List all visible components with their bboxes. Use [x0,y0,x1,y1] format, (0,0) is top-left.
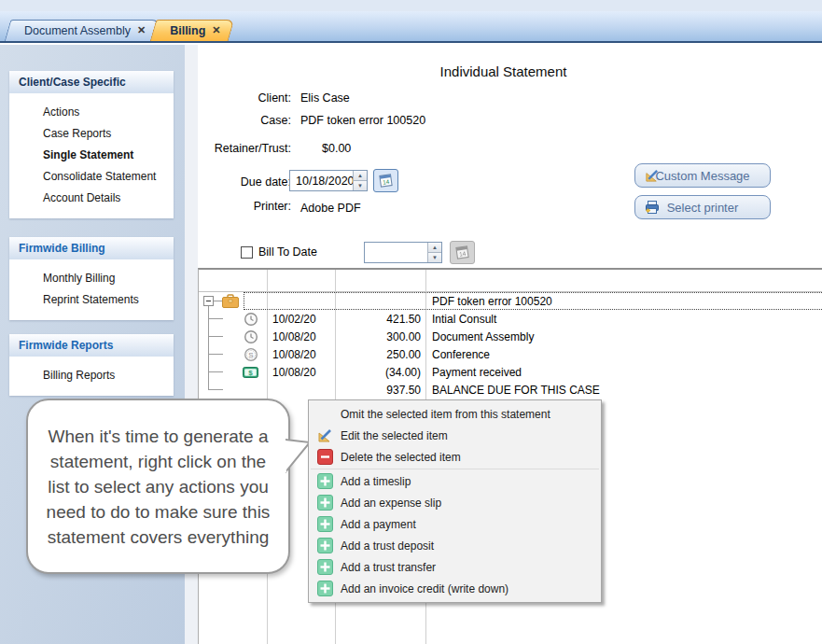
printer-value: Adobe PDF [300,202,361,215]
tree-line [208,389,223,390]
printer-label: Printer: [198,200,291,213]
add-icon [317,495,333,511]
retainer-trust-label: Retainer/Trust: [198,142,291,155]
due-date-input: ▲ ▼ [289,170,368,191]
panel-header-firmwide-reports: Firmwide Reports [9,334,174,357]
bill-to-date-label: Bill To Date [258,245,317,259]
sidebar-panel-client-case: Client/Case Specific Actions Case Report… [9,71,174,218]
add-icon [317,559,333,575]
tree-line [208,336,223,337]
row-amount: 300.00 [335,330,425,343]
add-icon [317,473,333,489]
retainer-trust-value: $0.00 [322,142,351,155]
panel-header-client-case: Client/Case Specific [9,71,174,93]
row-amount: 250.00 [335,348,425,361]
context-menu: Omit the selected item from this stateme… [308,399,602,603]
svg-text:$: $ [248,369,253,377]
case-value: PDF token error 100520 [300,114,425,127]
table-row-timeslip[interactable]: 10/02/20 421.50 Intial Consult [199,310,822,328]
page-title: Individual Statement [185,63,822,79]
window-top-strip [0,0,822,11]
spinner-down-icon[interactable]: ▼ [428,252,441,262]
bill-to-date-spinner: ▲ ▼ [427,243,441,262]
row-date: 10/08/20 [267,330,335,343]
table-row-expense[interactable]: S 10/08/20 250.00 Conference [199,345,822,363]
sidebar-item-billing-reports[interactable]: Billing Reports [9,365,174,386]
case-briefcase-icon [222,294,239,312]
case-label: Case: [198,114,291,127]
edit-icon [645,168,660,183]
menu-item-edit[interactable]: Edit the selected item [309,425,601,446]
due-date-spinner: ▲ ▼ [353,171,367,190]
calendar-icon: 14 [378,173,394,189]
close-icon[interactable]: ✕ [212,24,220,36]
tab-label: Document Assembly [24,24,131,37]
select-printer-button[interactable]: Select printer [634,195,771,219]
row-date: 10/08/20 [267,348,335,361]
callout-text: When it's time to generate a statement, … [39,424,278,550]
due-date-calendar-button[interactable]: 14 [373,169,398,192]
menu-item-add-expense-slip[interactable]: Add an expense slip [309,492,601,513]
row-date: 10/08/20 [267,366,335,379]
spinner-up-icon[interactable]: ▲ [428,243,441,252]
close-icon[interactable]: ✕ [137,24,146,36]
menu-item-add-timeslip[interactable]: Add a timeslip [309,470,601,492]
row-description: Document Assembly [425,330,822,343]
menu-item-label: Add an invoice credit (write down) [341,582,509,595]
sidebar-item-reprint-statements[interactable]: Reprint Statements [9,289,174,311]
sidebar-item-actions[interactable]: Actions [9,102,174,123]
expense-coin-icon: S [244,347,258,362]
sidebar-item-consolidate-statement[interactable]: Consolidate Statement [9,166,174,188]
tree-collapse-toggle[interactable] [203,296,214,306]
client-value: Elis Case [300,91,350,105]
tab-document-assembly[interactable]: Document Assembly ✕ [7,20,157,41]
add-icon [317,538,333,553]
menu-separator [311,469,599,469]
edit-icon [317,427,333,443]
bill-to-date-field[interactable] [365,243,427,262]
due-date-field[interactable] [290,171,353,190]
sidebar-item-single-statement[interactable]: Single Statement [9,145,174,166]
menu-item-delete[interactable]: Delete the selected item [309,446,601,468]
billing-screen: Document Assembly ✕ Billing ✕ Client/Cas… [0,0,822,644]
bill-to-date-calendar-button: 14 [450,241,475,264]
tutorial-callout: When it's time to generate a statement, … [26,399,290,574]
row-description: Payment received [425,366,822,379]
row-amount: 937.50 [335,384,425,397]
sidebar-item-monthly-billing[interactable]: Monthly Billing [9,268,174,289]
menu-item-omit[interactable]: Omit the selected item from this stateme… [309,403,601,425]
table-row-balance[interactable]: 937.50 BALANCE DUE FOR THIS CASE [199,381,822,399]
spinner-up-icon[interactable]: ▲ [354,171,367,180]
payment-bill-icon: $ [243,367,258,378]
add-icon [317,516,333,532]
menu-item-label: Delete the selected item [341,451,461,464]
table-row-timeslip[interactable]: 10/08/20 300.00 Document Assembly [199,328,822,345]
row-amount: (34.00) [335,366,425,379]
menu-item-label: Edit the selected item [341,429,448,442]
list-header-row [199,270,822,292]
selected-row-outline [244,292,822,310]
custom-message-button[interactable]: Custom Message [634,163,771,188]
row-description: BALANCE DUE FOR THIS CASE [425,384,822,397]
custom-message-label: Custom Message [655,169,749,183]
table-row-payment[interactable]: $ 10/08/20 (34.00) Payment received [199,363,822,381]
bill-to-date-checkbox[interactable] [241,246,253,259]
menu-item-add-trust-deposit[interactable]: Add a trust deposit [309,535,601,556]
row-description: Conference [425,348,822,361]
menu-item-add-trust-transfer[interactable]: Add a trust transfer [309,556,601,578]
menu-item-add-invoice-credit[interactable]: Add an invoice credit (write down) [309,578,601,599]
calendar-icon: 14 [454,245,470,260]
menu-item-add-payment[interactable]: Add a payment [309,513,601,535]
spinner-down-icon[interactable]: ▼ [354,180,367,190]
panel-header-firmwide-billing: Firmwide Billing [9,237,174,259]
printer-icon [645,200,660,215]
tab-billing[interactable]: Billing ✕ [153,20,231,41]
sidebar-item-case-reports[interactable]: Case Reports [9,123,174,145]
add-icon [317,581,333,596]
menu-item-label: Add an expense slip [341,497,441,510]
clock-icon [244,312,258,327]
sidebar-item-account-details[interactable]: Account Details [9,188,174,209]
due-date-label: Due date: [198,175,291,189]
bill-to-date-input: ▲ ▼ [364,242,442,263]
row-description: Intial Consult [425,313,822,326]
